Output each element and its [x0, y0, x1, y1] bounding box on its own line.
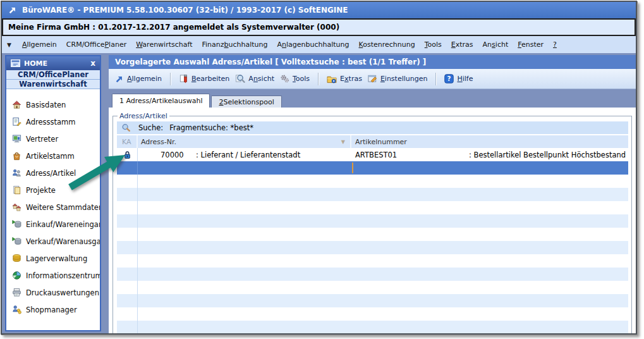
- menu-item-10[interactable]: ?: [553, 40, 557, 49]
- column-header-artikel-label: Artikelnummer: [355, 138, 407, 146]
- table-row-empty[interactable]: [117, 281, 628, 294]
- groupbox-label: Adress/Artikel: [118, 112, 169, 120]
- cell-ka: [117, 201, 138, 214]
- table-row-empty[interactable]: [117, 241, 628, 254]
- tab-1[interactable]: 2 Selektionspool: [211, 96, 281, 108]
- cell-ka: [117, 307, 138, 321]
- cell-ka: [117, 281, 138, 294]
- toolbar-item-0[interactable]: Allgemein: [115, 75, 162, 83]
- folder-icon: [327, 75, 337, 83]
- sidebar-item-10[interactable]: Informationszentrum: [6, 267, 100, 284]
- menu-item-2[interactable]: Warenwirtschaft: [136, 40, 192, 49]
- toolbar-item-6[interactable]: ?Hilfe: [444, 74, 473, 83]
- menu-item-0[interactable]: Allgemein: [22, 40, 57, 49]
- sidebar-item-1[interactable]: Adressstamm: [6, 113, 100, 130]
- sidebar-close-button[interactable]: x: [90, 59, 95, 68]
- cell-ka: [117, 214, 138, 228]
- table-row-empty[interactable]: [117, 268, 628, 281]
- sidebar-item-label: Weitere Stammdaten: [26, 203, 100, 212]
- table-row-empty[interactable]: [117, 175, 628, 188]
- sidebar-item-6[interactable]: Weitere Stammdaten: [6, 199, 100, 216]
- pie-chart-icon: [12, 271, 21, 280]
- menu-item-7[interactable]: Extras: [451, 40, 473, 49]
- table-row-empty[interactable]: [117, 201, 628, 214]
- sidebar-item-11[interactable]: Druckauswertungen: [6, 284, 100, 301]
- toolbar-item-1[interactable]: Bearbeiten: [179, 74, 229, 83]
- table-row-selected[interactable]: [117, 161, 628, 175]
- cell-ka: [117, 148, 138, 161]
- cell-artikelnummer: [351, 161, 628, 175]
- settings-icon: [368, 74, 377, 83]
- table-row-empty[interactable]: [117, 307, 628, 321]
- column-header-adress-nr[interactable]: Adress-Nr. ▼: [138, 135, 351, 148]
- sidebar-item-label: Adress/Artikel: [26, 169, 76, 178]
- sidebar-section-1[interactable]: Warenwirtschaft: [6, 80, 100, 89]
- cell-ka: [117, 228, 138, 241]
- sidebar-item-12[interactable]: Shopmanager: [6, 301, 100, 318]
- shop-users-icon: [12, 305, 21, 314]
- cell-artikelnummer: [351, 201, 628, 214]
- menu-item-9[interactable]: Fenster: [518, 40, 544, 49]
- toolbar-item-4[interactable]: Extras: [327, 75, 362, 83]
- toolbar-item-3[interactable]: Tools: [280, 74, 310, 83]
- toolbar-item-label: Einstellungen: [380, 75, 428, 83]
- column-header-artikelnummer[interactable]: Artikelnummer: [351, 135, 628, 148]
- toolbar-separator: [170, 73, 171, 85]
- menu-item-3[interactable]: Finanzbuchhaltung: [202, 40, 268, 49]
- cell-artikelnummer: ARTBEST01: Bestellartikel Bestellpunkt H…: [351, 148, 628, 161]
- sidebar-item-5[interactable]: Projekte: [6, 182, 100, 199]
- search-bar[interactable]: Suche: Fragmentsuche: *best*: [117, 121, 628, 134]
- sidebar-title: HOME: [24, 59, 47, 68]
- menu-item-1[interactable]: CRM/OfficePlaner: [66, 40, 126, 49]
- cell-ka: [117, 241, 138, 254]
- notepad-icon: [12, 117, 21, 126]
- menu-item-6[interactable]: Tools: [425, 40, 442, 49]
- menu-chevron-icon[interactable]: ▼: [7, 42, 11, 48]
- cell-artikelnummer: [351, 214, 628, 228]
- arrow-ne-icon: [115, 75, 124, 83]
- cell-adress-nr: [138, 241, 351, 254]
- table-row-empty[interactable]: [117, 294, 628, 307]
- cell-adress-nr: [138, 214, 351, 228]
- table-row-empty[interactable]: [117, 214, 628, 228]
- table-row-empty[interactable]: [117, 228, 628, 241]
- sidebar-item-label: Vertreter: [26, 135, 58, 144]
- sidebar-item-0[interactable]: Basisdaten: [6, 96, 100, 113]
- menu-item-8[interactable]: Ansicht: [483, 40, 509, 49]
- sidebar-item-9[interactable]: Lagerverwaltung: [6, 250, 100, 267]
- sidebar-item-3[interactable]: Artikelstamm: [6, 147, 100, 164]
- cell-adress-nr: [138, 228, 351, 241]
- column-header-ka[interactable]: KA: [117, 135, 138, 148]
- sidebar-item-label: Projekte: [26, 186, 56, 195]
- toolbar-item-5[interactable]: Einstellungen: [368, 74, 428, 83]
- search-value: Fragmentsuche: *best*: [169, 123, 253, 132]
- cell-adress-nr: [138, 201, 351, 214]
- sidebar-item-4[interactable]: Adress/Artikel: [6, 164, 100, 182]
- database-in-icon: [12, 219, 21, 229]
- sidebar-item-7[interactable]: Einkauf/Wareneingang: [6, 216, 100, 233]
- table-row-empty[interactable]: [117, 254, 628, 268]
- menu-item-5[interactable]: Kostenrechnung: [359, 40, 415, 49]
- column-header-ka-label: KA: [122, 138, 131, 146]
- adress-description: : Lieferant / Lieferantenstadt: [196, 151, 300, 159]
- barrel-icon: [12, 254, 21, 263]
- toolbar: AllgemeinBearbeitenAnsichtToolsExtrasEin…: [109, 69, 636, 89]
- table-row-result[interactable]: 70000: Lieferant / LieferantenstadtARTBE…: [117, 148, 628, 161]
- toolbar-item-2[interactable]: Ansicht: [235, 74, 274, 83]
- sidebar-item-8[interactable]: Verkauf/Warenausgang: [6, 233, 100, 250]
- sidebar-item-label: Druckauswertungen: [26, 288, 99, 297]
- sidebar-item-2[interactable]: Vertreter: [6, 130, 100, 147]
- table-header: KA Adress-Nr. ▼ Artikelnummer: [117, 135, 628, 148]
- table-row-empty[interactable]: [117, 321, 628, 333]
- menu-item-4[interactable]: Anlagenbuchhaltung: [277, 40, 349, 49]
- panel-title-text: Vorgelagerte Auswahl Adress/Artikel [ Vo…: [115, 58, 426, 66]
- title-bar: BüroWARE® - PREMIUM 5.58.100.30607 (32-b…: [2, 2, 636, 18]
- sidebar-section-0[interactable]: CRM/OfficePlaner: [6, 70, 100, 80]
- search-icon: [121, 123, 131, 133]
- cell-ka: [117, 188, 138, 201]
- monitor-icon: [12, 134, 21, 144]
- cell-artikelnummer: [351, 254, 628, 268]
- table-row-empty[interactable]: [117, 188, 628, 201]
- cell-artikelnummer: [351, 228, 628, 241]
- tab-0[interactable]: 1 Adress/Artikelauswahl: [112, 94, 210, 108]
